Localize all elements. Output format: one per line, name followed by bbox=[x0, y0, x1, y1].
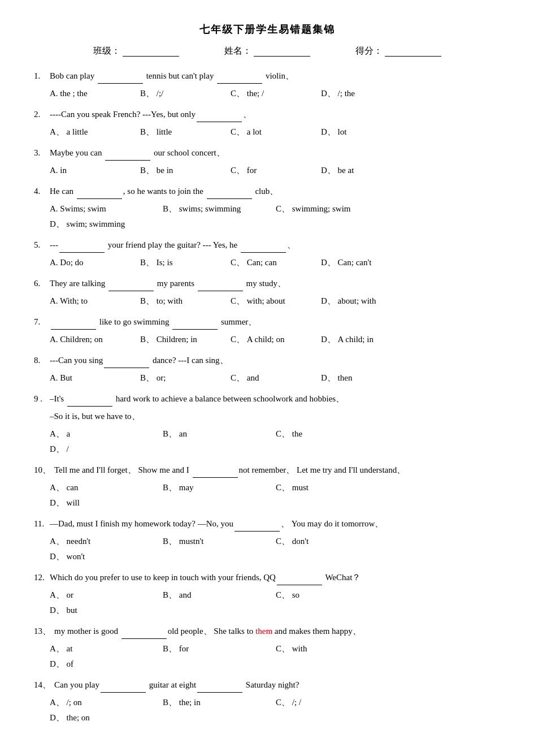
q10-options: A、 can B、 may C、 must D、 will bbox=[34, 480, 500, 511]
q4-optB: B、 swims; swimming bbox=[163, 201, 276, 217]
question-9: 9 . –It's hard work to achieve a balance… bbox=[34, 391, 500, 457]
q5-options: A. Do; do B、 Is; is C、 Can; can D、 Can; … bbox=[34, 255, 500, 270]
q4-options: A. Swims; swim B、 swims; swimming C、 swi… bbox=[34, 201, 500, 232]
q2-blank bbox=[197, 122, 242, 122]
q1-optA: A. the ; the bbox=[50, 86, 140, 101]
q12-blank bbox=[277, 585, 322, 585]
q6-options: A. With; to B、 to; with C、 with; about D… bbox=[34, 293, 500, 309]
q13-optC: C、 with bbox=[276, 641, 389, 656]
question-3: 3. Maybe you can our school concert、 A. … bbox=[34, 145, 500, 178]
q7-number: 7. bbox=[34, 314, 50, 330]
name-field: 姓名： bbox=[224, 45, 310, 57]
q1-options: A. the ; the B、 /;/ C、 the; / D、 /; the bbox=[34, 86, 500, 101]
name-label: 姓名： bbox=[224, 45, 251, 57]
q6-text: They are talking my parents my study、 bbox=[50, 276, 500, 291]
q12-optD: D、 but bbox=[50, 603, 163, 618]
q12-optA: A、 or bbox=[50, 587, 163, 603]
q8-number: 8. bbox=[34, 353, 50, 368]
q10-optB: B、 may bbox=[163, 480, 276, 495]
q11-optA: A、 needn't bbox=[50, 534, 163, 549]
q14-optB: B、 the; in bbox=[163, 695, 276, 710]
q13-optB: B、 for bbox=[163, 641, 276, 656]
q9-number: 9 . bbox=[34, 391, 50, 407]
q14-options: A、 /; on B、 the; in C、 /; / D、 the; on bbox=[34, 695, 500, 725]
q11-optD: D、 won't bbox=[50, 549, 163, 564]
q12-optB: B、 and bbox=[163, 587, 276, 603]
q1-blank2 bbox=[217, 83, 262, 84]
q8-optC: C、 and bbox=[231, 370, 321, 386]
q6-optA: A. With; to bbox=[50, 293, 140, 309]
q14-optA: A、 /; on bbox=[50, 695, 163, 710]
q14-optD: D、 the; on bbox=[50, 710, 163, 725]
q6-optC: C、 with; about bbox=[231, 293, 321, 309]
q14-blank2 bbox=[197, 692, 242, 693]
q4-optA: A. Swims; swim bbox=[50, 201, 163, 217]
q2-optA: A、 a little bbox=[50, 124, 140, 140]
q13-options: A、 at B、 for C、 with D、 of bbox=[34, 641, 500, 672]
q5-optD: D、 Can; can't bbox=[321, 255, 411, 270]
q5-blank2 bbox=[241, 252, 286, 253]
page-title: 七年级下册学生易错题集锦 bbox=[34, 23, 500, 36]
q9-options: A、 a B、 an C、 the D、 / bbox=[34, 426, 500, 457]
question-11: 11. —Dad, must I finish my homework toda… bbox=[34, 516, 500, 564]
q12-text: Which do you prefer to use to keep in to… bbox=[50, 570, 500, 585]
q7-optD: D、 A child; in bbox=[321, 332, 411, 347]
q12-options: A、 or B、 and C、 so D、 but bbox=[34, 587, 500, 618]
q8-text: ---Can you sing dance? ---I can sing、 bbox=[50, 353, 500, 368]
q2-options: A、 a little B、 little C、 a lot D、 lot bbox=[34, 124, 500, 140]
q6-number: 6. bbox=[34, 276, 50, 291]
q2-optD: D、 lot bbox=[321, 124, 411, 140]
q1-optB: B、 /;/ bbox=[140, 86, 231, 101]
q11-optB: B、 mustn't bbox=[163, 534, 276, 549]
q1-text: Bob can play tennis but can't play violi… bbox=[50, 68, 500, 84]
q7-options: A. Children; on B、 Children; in C、 A chi… bbox=[34, 332, 500, 347]
q6-optD: D、 about; with bbox=[321, 293, 411, 309]
q7-blank1 bbox=[51, 329, 96, 330]
question-2: 2. ----Can you speak French? ---Yes, but… bbox=[34, 107, 500, 140]
q9-optA: A、 a bbox=[50, 426, 163, 442]
question-5: 5. --- your friend play the guitar? --- … bbox=[34, 237, 500, 270]
q6-blank2 bbox=[198, 291, 243, 291]
question-12: 12. Which do you prefer to use to keep i… bbox=[34, 570, 500, 618]
q3-optA: A. in bbox=[50, 163, 140, 178]
q13-blank bbox=[121, 638, 167, 639]
q11-blank bbox=[235, 531, 280, 532]
q9-optD: D、 / bbox=[50, 442, 163, 457]
q14-number: 14、 bbox=[34, 677, 54, 693]
q4-optC: C、 swimming; swim bbox=[276, 201, 389, 217]
q10-text: Tell me and I'll forget、 Show me and I n… bbox=[54, 463, 500, 478]
q2-optC: C、 a lot bbox=[231, 124, 321, 140]
q13-text: my mother is good old people、 She talks … bbox=[54, 624, 500, 639]
q1-blank1 bbox=[98, 83, 143, 84]
q14-text: Can you play guitar at eight Saturday ni… bbox=[54, 677, 500, 693]
q3-optB: B、 be in bbox=[140, 163, 231, 178]
q13-optD: D、 of bbox=[50, 656, 163, 672]
q10-optA: A、 can bbox=[50, 480, 163, 495]
q6-optB: B、 to; with bbox=[140, 293, 231, 309]
q7-text: like to go swimming summer、 bbox=[50, 314, 500, 330]
q3-number: 3. bbox=[34, 145, 50, 161]
q4-number: 4. bbox=[34, 184, 50, 199]
question-13: 13、 my mother is good old people、 She ta… bbox=[34, 624, 500, 672]
q1-number: 1. bbox=[34, 68, 50, 84]
q4-text: He can , so he wants to join the club、 bbox=[50, 184, 500, 199]
class-underline bbox=[123, 46, 179, 57]
q14-optC: C、 /; / bbox=[276, 695, 389, 710]
q7-optB: B、 Children; in bbox=[140, 332, 231, 347]
q4-blank1 bbox=[77, 198, 122, 199]
question-6: 6. They are talking my parents my study、… bbox=[34, 276, 500, 309]
q8-options: A. But B、 or; C、 and D、 then bbox=[34, 370, 500, 386]
q10-optC: C、 must bbox=[276, 480, 389, 495]
q6-blank1 bbox=[108, 291, 154, 291]
q10-blank bbox=[193, 477, 238, 478]
header-row: 班级： 姓名： 得分： bbox=[34, 45, 500, 57]
q14-blank1 bbox=[101, 692, 146, 693]
question-4: 4. He can , so he wants to join the club… bbox=[34, 184, 500, 232]
q11-optC: C、 don't bbox=[276, 534, 389, 549]
q3-text: Maybe you can our school concert、 bbox=[50, 145, 500, 161]
q8-blank bbox=[104, 368, 149, 368]
q3-optD: D、 be at bbox=[321, 163, 411, 178]
score-underline bbox=[385, 46, 441, 57]
q7-optA: A. Children; on bbox=[50, 332, 140, 347]
q2-optB: B、 little bbox=[140, 124, 231, 140]
